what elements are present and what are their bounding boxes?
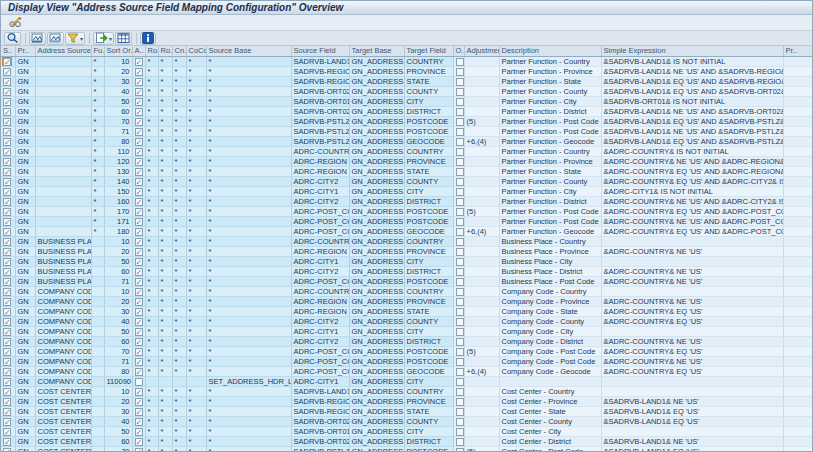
active-checkbox[interactable] bbox=[135, 188, 143, 196]
optional-checkbox[interactable] bbox=[456, 198, 464, 206]
row-select-checkbox[interactable] bbox=[3, 348, 11, 356]
optional-checkbox[interactable] bbox=[456, 278, 464, 286]
row-select-checkbox[interactable] bbox=[3, 168, 11, 176]
active-checkbox[interactable] bbox=[135, 398, 143, 406]
active-checkbox[interactable] bbox=[135, 308, 143, 316]
row-select-checkbox[interactable] bbox=[3, 358, 11, 366]
row-select-checkbox[interactable] bbox=[3, 268, 11, 276]
optional-checkbox[interactable] bbox=[456, 438, 464, 446]
active-checkbox[interactable] bbox=[135, 388, 143, 396]
active-checkbox[interactable] bbox=[135, 208, 143, 216]
optional-checkbox[interactable] bbox=[456, 118, 464, 126]
optional-checkbox[interactable] bbox=[456, 248, 464, 256]
active-checkbox[interactable] bbox=[135, 118, 143, 126]
active-checkbox[interactable] bbox=[135, 108, 143, 116]
optional-checkbox[interactable] bbox=[456, 308, 464, 316]
active-checkbox[interactable] bbox=[135, 228, 143, 236]
row-select-checkbox[interactable] bbox=[3, 288, 11, 296]
row-select-checkbox[interactable] bbox=[3, 78, 11, 86]
active-checkbox[interactable] bbox=[135, 178, 143, 186]
column-header-row-select[interactable]: S.. bbox=[1, 46, 15, 56]
active-checkbox[interactable] bbox=[135, 88, 143, 96]
active-checkbox[interactable] bbox=[135, 248, 143, 256]
row-select-checkbox[interactable] bbox=[3, 138, 11, 146]
optional-checkbox[interactable] bbox=[456, 358, 464, 366]
row-select-checkbox[interactable] bbox=[3, 238, 11, 246]
column-header-source-field[interactable]: Source Field bbox=[291, 46, 349, 56]
active-checkbox[interactable] bbox=[135, 318, 143, 326]
optional-checkbox[interactable] bbox=[456, 158, 464, 166]
optional-checkbox[interactable] bbox=[456, 388, 464, 396]
active-checkbox[interactable] bbox=[135, 98, 143, 106]
optional-checkbox[interactable] bbox=[456, 68, 464, 76]
column-header-target-base[interactable]: Target Base bbox=[349, 46, 404, 56]
optional-checkbox[interactable] bbox=[456, 108, 464, 116]
row-select-checkbox[interactable] bbox=[3, 228, 11, 236]
optional-checkbox[interactable] bbox=[456, 258, 464, 266]
optional-checkbox[interactable] bbox=[456, 188, 464, 196]
find-binoculars-icon[interactable] bbox=[29, 32, 46, 45]
dropdown-arrow-icon[interactable]: ▾ bbox=[80, 35, 83, 42]
active-checkbox[interactable] bbox=[135, 278, 143, 286]
row-select-checkbox[interactable] bbox=[3, 88, 11, 96]
optional-checkbox[interactable] bbox=[456, 298, 464, 306]
row-select-checkbox[interactable] bbox=[3, 408, 11, 416]
column-header-pr[interactable]: Pr.. bbox=[783, 46, 813, 56]
row-select-checkbox[interactable] bbox=[3, 368, 11, 376]
column-header-role1[interactable]: Ro.. bbox=[145, 46, 158, 56]
column-header-cocd[interactable]: CoCd bbox=[186, 46, 206, 56]
table-settings-grid-icon[interactable] bbox=[115, 32, 132, 45]
column-header-adjustment[interactable]: Adjustment bbox=[464, 46, 499, 56]
active-checkbox[interactable] bbox=[135, 408, 143, 416]
column-header-simple-expression[interactable]: Simple Expression bbox=[601, 46, 783, 56]
optional-checkbox[interactable] bbox=[456, 78, 464, 86]
row-select-checkbox[interactable] bbox=[3, 108, 11, 116]
optional-checkbox[interactable] bbox=[456, 288, 464, 296]
optional-checkbox[interactable] bbox=[456, 88, 464, 96]
optional-checkbox[interactable] bbox=[456, 228, 464, 236]
active-checkbox[interactable] bbox=[135, 218, 143, 226]
row-select-checkbox[interactable] bbox=[3, 388, 11, 396]
optional-checkbox[interactable] bbox=[456, 338, 464, 346]
row-select-checkbox[interactable] bbox=[3, 338, 11, 346]
find-next-binoculars-icon[interactable] bbox=[47, 32, 64, 45]
active-checkbox[interactable] bbox=[135, 238, 143, 246]
row-select-checkbox[interactable] bbox=[3, 128, 11, 136]
dropdown-arrow-icon[interactable]: ▾ bbox=[109, 35, 112, 42]
optional-checkbox[interactable] bbox=[456, 318, 464, 326]
row-select-checkbox[interactable] bbox=[3, 118, 11, 126]
row-select-checkbox[interactable] bbox=[3, 278, 11, 286]
column-header-sort-order[interactable]: Sort Or.. bbox=[104, 46, 132, 56]
active-checkbox[interactable] bbox=[135, 168, 143, 176]
optional-checkbox[interactable] bbox=[456, 218, 464, 226]
information-icon[interactable] bbox=[140, 32, 156, 45]
optional-checkbox[interactable] bbox=[456, 178, 464, 186]
row-select-checkbox[interactable] bbox=[3, 148, 11, 156]
optional-checkbox[interactable] bbox=[456, 238, 464, 246]
column-header-function[interactable]: Fu.. bbox=[91, 46, 104, 56]
column-header-address-source[interactable]: Address Source bbox=[35, 46, 91, 56]
column-header-active[interactable]: A.. bbox=[132, 46, 145, 56]
row-select-checkbox[interactable] bbox=[3, 418, 11, 426]
optional-checkbox[interactable] bbox=[456, 328, 464, 336]
column-header-profile[interactable]: Pr.. bbox=[15, 46, 35, 56]
active-checkbox[interactable] bbox=[135, 328, 143, 336]
active-checkbox[interactable] bbox=[135, 298, 143, 306]
choose-detail-magnifier-icon[interactable] bbox=[4, 32, 21, 45]
optional-checkbox[interactable] bbox=[456, 448, 464, 452]
optional-checkbox[interactable] bbox=[456, 128, 464, 136]
row-select-checkbox[interactable] bbox=[3, 248, 11, 256]
active-checkbox[interactable] bbox=[135, 448, 143, 452]
optional-checkbox[interactable] bbox=[456, 98, 464, 106]
row-select-checkbox[interactable] bbox=[3, 218, 11, 226]
optional-checkbox[interactable] bbox=[456, 268, 464, 276]
active-checkbox[interactable] bbox=[135, 358, 143, 366]
column-header-role2[interactable]: Ro.. bbox=[158, 46, 172, 56]
row-select-checkbox[interactable] bbox=[3, 398, 11, 406]
row-select-checkbox[interactable] bbox=[3, 178, 11, 186]
row-select-checkbox[interactable] bbox=[3, 258, 11, 266]
optional-checkbox[interactable] bbox=[456, 168, 464, 176]
active-checkbox[interactable] bbox=[135, 288, 143, 296]
optional-checkbox[interactable] bbox=[456, 148, 464, 156]
row-select-checkbox[interactable] bbox=[3, 378, 11, 386]
